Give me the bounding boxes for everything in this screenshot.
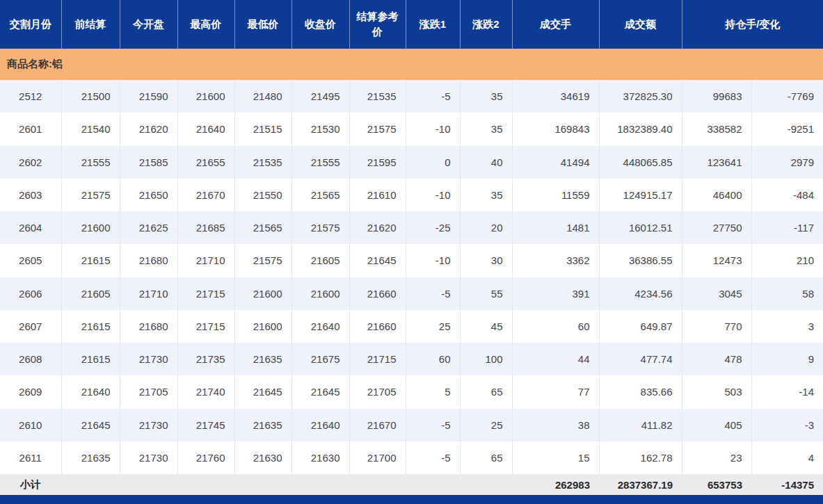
col-header-volume: 成交手 [512,0,599,49]
cell-oi_change: 2979 [751,146,823,179]
table-row: 2608216152173021735216352167521715601004… [0,343,823,375]
cell-high: 21600 [177,80,234,113]
cell-settle_ref: 21535 [349,80,406,113]
cell-low: 21645 [234,375,291,408]
cell-volume: 41494 [512,146,599,179]
cell-close: 21630 [291,441,349,474]
cell-change2: 65 [460,375,512,408]
cell-close: 21640 [291,409,349,441]
cell-settle_ref: 21620 [349,211,406,244]
cell-change2: 20 [460,211,512,244]
cell-turnover: 1832389.40 [599,113,682,145]
cell-oi_change: -3 [751,409,823,441]
cell-change1: 0 [406,146,460,179]
cell-open_interest: 27750 [682,211,751,244]
col-header-open-interest-change: 持仓手/变化 [682,0,823,49]
cell-change1: 60 [406,343,460,375]
cell-month: 2611 [0,441,61,474]
cell-volume: 1481 [512,211,599,244]
cell-change2: 35 [460,179,512,211]
cell-high: 21735 [177,343,234,375]
table-row: 2607216152168021715216002164021660254560… [0,310,823,343]
table-row: 2609216402170521740216452164521705565778… [0,375,823,408]
cell-high: 21715 [177,310,234,343]
cell-oi_change: -14 [751,375,823,408]
cell-change1: -10 [406,113,460,145]
subtotal-spacer [61,474,512,495]
cell-volume: 60 [512,310,599,343]
cell-oi_change: -7769 [751,80,823,113]
table-row: 2512215002159021600214802149521535-53534… [0,80,823,113]
cell-turnover: 36386.55 [599,244,682,277]
cell-volume: 44 [512,343,599,375]
cell-change2: 100 [460,343,512,375]
cell-low: 21635 [234,409,291,441]
next-section-header-bar [0,495,823,504]
cell-open_interest: 12473 [682,244,751,277]
cell-close: 21530 [291,113,349,145]
col-header-high: 最高价 [177,0,234,49]
table-row: 2606216052171021715216002160021660-55539… [0,277,823,310]
subtotal-open-interest: 653753 [682,474,751,495]
cell-prev_settle: 21555 [61,146,120,179]
cell-oi_change: 210 [751,244,823,277]
cell-open: 21730 [120,343,177,375]
cell-open_interest: 338582 [682,113,751,145]
col-header-settle-ref: 结算参考价 [349,0,406,49]
cell-low: 21630 [234,441,291,474]
cell-volume: 3362 [512,244,599,277]
cell-oi_change: 4 [751,441,823,474]
cell-open: 21620 [120,113,177,145]
cell-prev_settle: 21540 [61,113,120,145]
col-header-low: 最低价 [234,0,291,49]
cell-low: 21515 [234,113,291,145]
cell-open: 21650 [120,179,177,211]
cell-close: 21645 [291,375,349,408]
cell-change1: -5 [406,80,460,113]
cell-volume: 34619 [512,80,599,113]
cell-high: 21670 [177,179,234,211]
cell-close: 21605 [291,244,349,277]
cell-open_interest: 23 [682,441,751,474]
cell-open: 21680 [120,244,177,277]
cell-open: 21590 [120,80,177,113]
subtotal-row: 小计 262983 2837367.19 653753 -14375 [0,474,823,495]
cell-month: 2610 [0,409,61,441]
cell-month: 2609 [0,375,61,408]
section-band: 商品名称:铝 [0,49,823,80]
cell-open: 21680 [120,310,177,343]
cell-settle_ref: 21715 [349,343,406,375]
cell-prev_settle: 21645 [61,409,120,441]
cell-high: 21745 [177,409,234,441]
cell-month: 2607 [0,310,61,343]
cell-oi_change: 9 [751,343,823,375]
cell-month: 2606 [0,277,61,310]
col-header-open: 今开盘 [120,0,177,49]
table-footer: 小计 262983 2837367.19 653753 -14375 [0,474,823,495]
cell-settle_ref: 21705 [349,375,406,408]
table-header: 交割月份 前结算 今开盘 最高价 最低价 收盘价 结算参考价 涨跌1 涨跌2 成… [0,0,823,49]
futures-daily-quote-screen: 交割月份 前结算 今开盘 最高价 最低价 收盘价 结算参考价 涨跌1 涨跌2 成… [0,0,823,504]
cell-oi_change: -117 [751,211,823,244]
cell-high: 21640 [177,113,234,145]
cell-turnover: 16012.51 [599,211,682,244]
table-row: 2602215552158521655215352155521595040414… [0,146,823,179]
subtotal-volume: 262983 [512,474,599,495]
cell-month: 2601 [0,113,61,145]
col-header-delivery-month: 交割月份 [0,0,61,49]
cell-prev_settle: 21500 [61,80,120,113]
cell-low: 21635 [234,343,291,375]
subtotal-turnover: 2837367.19 [599,474,682,495]
cell-turnover: 4234.56 [599,277,682,310]
table-row: 2611216352173021760216302163021700-56515… [0,441,823,474]
col-header-change2: 涨跌2 [460,0,512,49]
cell-oi_change: 58 [751,277,823,310]
cell-month: 2602 [0,146,61,179]
cell-change1: -25 [406,211,460,244]
cell-volume: 391 [512,277,599,310]
cell-close: 21565 [291,179,349,211]
cell-volume: 38 [512,409,599,441]
cell-change2: 25 [460,409,512,441]
cell-change1: 5 [406,375,460,408]
cell-open_interest: 3045 [682,277,751,310]
